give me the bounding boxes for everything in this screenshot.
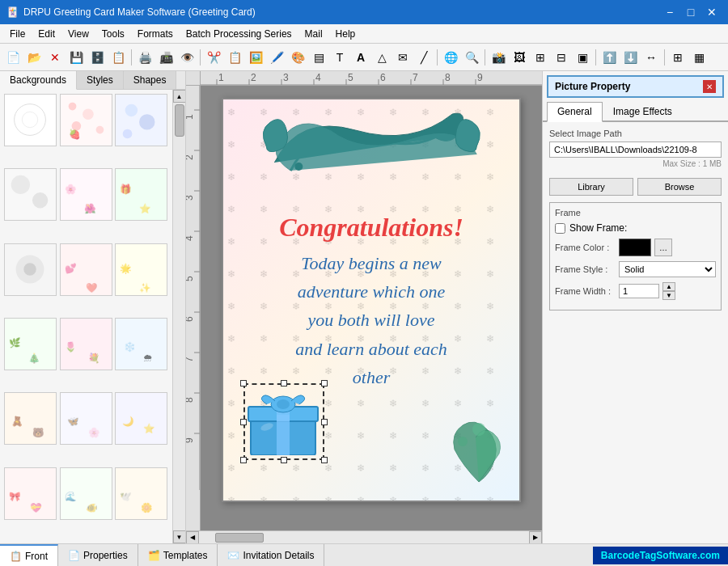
tool-layout2[interactable]: ⊟ (552, 48, 571, 67)
close-button[interactable]: ✕ (702, 4, 722, 20)
tool-color[interactable]: 🎨 (288, 48, 307, 67)
tool-copy[interactable]: 📋 (225, 48, 244, 67)
tool-shapes[interactable]: △ (372, 48, 392, 67)
h-scroll-thumb[interactable] (215, 533, 264, 543)
tool-layout3[interactable]: ▣ (573, 48, 592, 67)
handle-bl[interactable] (240, 457, 247, 463)
tool-print2[interactable]: 📠 (156, 48, 176, 67)
thumb-13[interactable]: 🧸 🐻 (4, 392, 57, 445)
browse-button[interactable]: Browse (637, 178, 722, 196)
tool-text2[interactable]: A (351, 48, 370, 67)
thumb-16[interactable]: 🎀 💝 (4, 467, 57, 520)
tool-save3[interactable]: 📋 (108, 48, 128, 67)
thumb-11[interactable]: 🌷 💐 (60, 318, 112, 370)
thumb-8[interactable]: 💕 ❤️ (60, 243, 112, 296)
menu-tools[interactable]: Tools (95, 24, 131, 43)
handle-bm[interactable] (281, 457, 287, 463)
handle-tm[interactable] (281, 380, 287, 386)
handle-mr[interactable] (321, 419, 328, 425)
greeting-card[interactable]: ❄ (222, 98, 521, 502)
thumb-3[interactable] (115, 94, 167, 146)
tool-close-red[interactable]: ✕ (45, 48, 65, 67)
tool-barcode[interactable]: ▤ (309, 48, 328, 67)
tool-text[interactable]: T (330, 48, 349, 67)
canvas-main[interactable]: ❄ (201, 86, 542, 530)
tool-save[interactable]: 💾 (66, 48, 86, 67)
frame-width-up[interactable]: ▲ (662, 282, 675, 291)
tool-new[interactable]: 📄 (3, 48, 23, 67)
tool-cut[interactable]: ✂️ (204, 48, 223, 67)
thumb-14[interactable]: 🦋 🌸 (60, 392, 112, 445)
thumb-7[interactable] (4, 243, 57, 296)
frame-width-down[interactable]: ▼ (662, 291, 675, 300)
tool-open[interactable]: 📂 (24, 48, 44, 67)
tool-pen[interactable]: 🖊️ (267, 48, 286, 67)
tool-arrange1[interactable]: ⬆️ (599, 48, 619, 67)
scroll-down[interactable]: ▼ (173, 530, 186, 543)
thumb-17[interactable]: 🌊 🐠 (60, 467, 112, 520)
menu-mail[interactable]: Mail (298, 24, 329, 43)
tool-globe[interactable]: 🌐 (441, 48, 460, 67)
menu-edit[interactable]: Edit (32, 24, 61, 43)
frame-color-swatch[interactable] (619, 239, 651, 256)
left-scrollbar[interactable]: ▲ ▼ (172, 90, 185, 543)
thumb-4[interactable] (4, 168, 57, 221)
tab-shapes[interactable]: Shapes (124, 71, 177, 89)
tool-layout1[interactable]: ⊞ (531, 48, 550, 67)
tool-grid2[interactable]: ▦ (689, 48, 709, 67)
tab-image-effects[interactable]: Image Effects (603, 102, 683, 120)
tool-grid[interactable]: ⊞ (668, 48, 688, 67)
tool-arrange3[interactable]: ↔️ (641, 48, 661, 67)
status-tab-properties[interactable]: 📄 Properties (58, 544, 138, 566)
thumb-10[interactable]: 🌿 🎄 (4, 318, 57, 370)
menu-help[interactable]: Help (329, 24, 362, 43)
handle-ml[interactable] (240, 419, 247, 425)
menu-view[interactable]: View (61, 24, 95, 43)
maximize-button[interactable]: □ (681, 4, 700, 20)
tool-zoom[interactable]: 🔍 (462, 48, 481, 67)
tab-general[interactable]: General (547, 102, 603, 122)
tool-arrange2[interactable]: ⬇️ (620, 48, 640, 67)
tool-img3[interactable]: 🖼 (510, 48, 529, 67)
tool-img2[interactable]: 📸 (489, 48, 508, 67)
handle-br[interactable] (321, 457, 328, 463)
thumb-12[interactable]: ❄️ 🌨 (115, 318, 167, 370)
tool-line[interactable]: ╱ (414, 48, 434, 67)
thumb-1[interactable] (4, 94, 57, 146)
title-bar-controls[interactable]: − □ ✕ (660, 4, 722, 20)
tab-styles[interactable]: Styles (77, 71, 124, 89)
horizontal-scrollbar[interactable]: ◀ ▶ (186, 530, 542, 543)
menu-formats[interactable]: Formats (131, 24, 180, 43)
scroll-up[interactable]: ▲ (173, 90, 186, 103)
h-scroll-right[interactable]: ▶ (529, 531, 542, 544)
h-scroll-left[interactable]: ◀ (186, 531, 199, 544)
status-tab-invitation[interactable]: ✉️ Invitation Details (218, 544, 324, 566)
image-path-input[interactable] (549, 142, 722, 158)
tool-save2[interactable]: 🗄️ (87, 48, 107, 67)
gift-box-container[interactable] (243, 383, 324, 460)
show-frame-checkbox[interactable] (555, 223, 565, 234)
tool-print[interactable]: 🖨️ (135, 48, 154, 67)
property-close-button[interactable]: ✕ (703, 80, 716, 93)
library-button[interactable]: Library (549, 178, 633, 196)
thumb-9[interactable]: 🌟 ✨ (115, 243, 167, 296)
h-scroll-track[interactable] (199, 531, 529, 544)
tool-preview[interactable]: 👁️ (177, 48, 197, 67)
handle-tl[interactable] (240, 380, 247, 386)
tool-email[interactable]: ✉ (393, 48, 413, 67)
tool-img1[interactable]: 🖼️ (246, 48, 265, 67)
tab-backgrounds[interactable]: Backgrounds (0, 71, 77, 90)
thumb-6[interactable]: 🎁 ⭐ (115, 168, 167, 221)
scroll-track[interactable] (173, 103, 186, 530)
menu-batch[interactable]: Batch Processing Series (180, 24, 298, 43)
frame-color-picker-button[interactable]: … (654, 239, 672, 256)
frame-style-select[interactable]: Solid Dashed Dotted Double (619, 261, 716, 277)
thumb-15[interactable]: 🌙 ⭐ (115, 392, 167, 445)
thumb-2[interactable]: 🍓 (60, 94, 112, 146)
status-tab-front[interactable]: 📋 Front (0, 544, 58, 566)
frame-width-input[interactable] (619, 284, 659, 298)
thumb-18[interactable]: 🕊️ 🌼 (115, 467, 167, 520)
minimize-button[interactable]: − (660, 4, 679, 20)
status-tab-templates[interactable]: 🗂️ Templates (138, 544, 218, 566)
handle-tr[interactable] (321, 380, 328, 386)
